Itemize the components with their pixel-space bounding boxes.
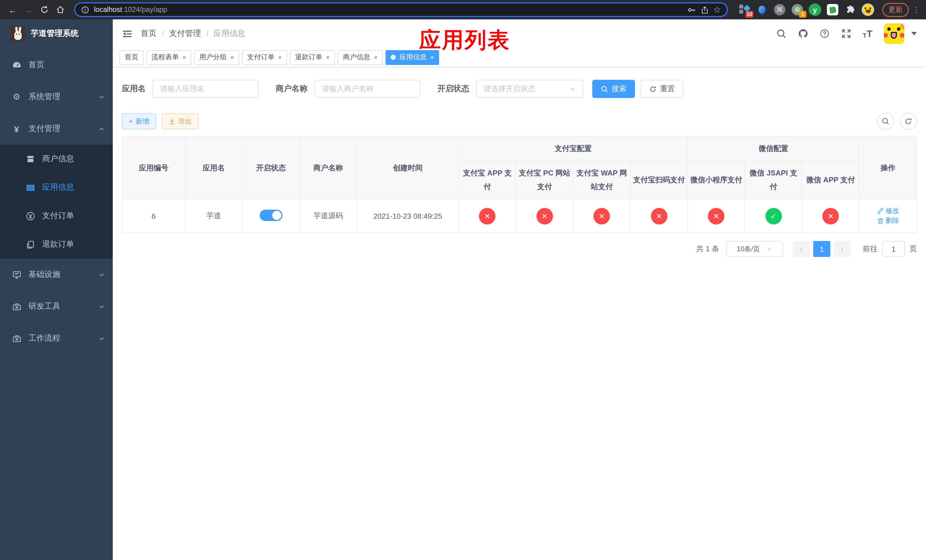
tags-view: 首页 流程表单× 用户分组× 支付订单× 退款订单× 商户信息× 应用信息× <box>113 48 926 67</box>
browser-forward-button[interactable]: → <box>22 3 35 17</box>
font-size-icon[interactable]: TT <box>863 29 873 38</box>
sidebar-item-infrastructure[interactable]: 基础设施 <box>0 259 113 291</box>
filter-form: 应用名 请输入应用名 商户名称 请输入商户名称 开启状态 请选择开启状态 搜索 <box>122 80 917 98</box>
extension-recorder-icon[interactable]: 1 <box>791 3 803 16</box>
fullscreen-icon[interactable] <box>841 29 851 39</box>
browser-back-button[interactable]: ← <box>6 3 20 17</box>
status-select[interactable]: 请选择开启状态 <box>476 80 583 98</box>
merchant-name-label: 商户名称 <box>275 84 307 94</box>
user-avatar[interactable] <box>884 23 904 44</box>
page-size-select[interactable]: 10条/页 <box>726 241 783 257</box>
sidebar-item-workflow[interactable]: 工作流程 <box>0 322 113 354</box>
extension-chat-icon[interactable] <box>826 3 839 16</box>
merchant-name-input[interactable]: 请输入商户名称 <box>314 80 420 98</box>
share-icon[interactable] <box>700 5 709 14</box>
breadcrumb-home[interactable]: 首页 <box>141 29 157 39</box>
github-icon[interactable] <box>798 29 808 39</box>
chevron-down-icon <box>98 335 105 342</box>
cell-merchant: 芋道源码 <box>300 199 357 233</box>
browser-menu-button[interactable]: ⋮ <box>912 5 920 14</box>
edit-button[interactable]: 修改 <box>877 206 899 216</box>
col-alipay-app: 支付宝 APP 支付 <box>459 160 516 199</box>
group-alipay-config: 支付宝配置 <box>459 136 688 160</box>
password-key-icon[interactable] <box>687 5 696 14</box>
sidebar-item-payment[interactable]: ¥ 支付管理 <box>0 113 113 145</box>
cell-created: 2021-10-23 08:49:25 <box>357 199 459 233</box>
reset-button[interactable]: 重置 <box>641 80 683 98</box>
export-button[interactable]: 导出 <box>162 114 199 129</box>
sidebar-item-label: 研发工具 <box>29 301 61 312</box>
url-host: localhost <box>94 6 122 14</box>
tab-user-group[interactable]: 用户分组× <box>194 50 239 65</box>
status-label: 开启状态 <box>437 84 469 94</box>
tab-merchant-info[interactable]: 商户信息× <box>338 50 383 65</box>
extension-sketch-icon[interactable]: 10 <box>738 3 750 16</box>
sketch-square-icon <box>739 5 743 9</box>
sidebar-item-system[interactable]: ⚙ 系统管理 <box>0 81 113 113</box>
breadcrumb-current: 应用信息 <box>213 29 245 39</box>
chevron-down-icon <box>98 303 105 310</box>
avatar-dropdown-caret-icon[interactable] <box>911 32 917 35</box>
balloon-icon <box>758 6 766 14</box>
add-button[interactable]: + 新增 <box>122 114 156 129</box>
extensions-menu-button[interactable] <box>844 3 856 16</box>
refresh-table-button[interactable] <box>900 113 917 130</box>
help-icon[interactable] <box>820 29 830 39</box>
search-icon[interactable] <box>776 29 787 39</box>
browser-home-button[interactable] <box>53 3 67 17</box>
url-text: localhost:1024/pay/app <box>94 6 167 14</box>
sidebar-toggle-button[interactable] <box>122 28 133 39</box>
status-check-icon: ✓ <box>765 207 782 224</box>
navbar: 首页 / 支付管理 / 应用信息 TT <box>113 20 926 48</box>
extension-command-icon[interactable]: ⌘ <box>773 3 786 16</box>
col-created: 创建时间 <box>357 136 459 199</box>
prev-page-button[interactable]: ‹ <box>793 241 810 257</box>
home-icon <box>56 5 65 14</box>
annotation-title: 应用列表 <box>419 26 510 55</box>
browser-profile-avatar[interactable] <box>862 3 874 16</box>
sidebar-logo[interactable]: 芋道管理系统 <box>0 20 113 48</box>
refresh-icon <box>904 117 912 125</box>
close-icon[interactable]: × <box>430 54 434 61</box>
page-1-button[interactable]: 1 <box>813 241 830 257</box>
tab-process-form[interactable]: 流程表单× <box>146 50 191 65</box>
breadcrumb-payment[interactable]: 支付管理 <box>169 29 201 39</box>
search-button[interactable]: 搜索 <box>592 80 635 98</box>
status-toggle[interactable] <box>260 209 283 221</box>
tab-refund-orders[interactable]: 退款订单× <box>290 50 335 65</box>
update-label: 更新 <box>888 5 903 15</box>
url-bar[interactable]: localhost:1024/pay/app ☆ <box>74 2 728 17</box>
sidebar-item-label: 商户信息 <box>42 154 74 164</box>
browser-reload-button[interactable] <box>38 3 51 17</box>
close-icon[interactable]: × <box>182 54 186 61</box>
sidebar-item-merchant-info[interactable]: 商户信息 <box>0 145 113 173</box>
app-name-input[interactable]: 请输入应用名 <box>153 80 259 98</box>
toggle-search-button[interactable] <box>877 113 894 130</box>
sidebar-item-app-info[interactable]: 应用信息 <box>0 173 113 202</box>
extension-balloon-icon[interactable] <box>756 3 768 16</box>
search-icon <box>601 85 608 92</box>
delete-button[interactable]: 删除 <box>877 216 899 226</box>
close-icon[interactable]: × <box>278 54 282 61</box>
status-cross-icon: ✕ <box>822 207 839 224</box>
table-toolbar: + 新增 导出 <box>122 113 917 130</box>
sidebar-item-dev-tools[interactable]: 研发工具 <box>0 291 113 322</box>
status-cross-icon: ✕ <box>651 207 667 224</box>
sidebar-item-pay-orders[interactable]: 支付订单 <box>0 202 113 230</box>
extension-y-icon[interactable]: y <box>809 3 821 16</box>
payment-submenu: 商户信息 应用信息 支付订单 <box>0 145 113 259</box>
sidebar-item-home[interactable]: 首页 <box>0 49 113 81</box>
close-icon[interactable]: × <box>326 54 330 61</box>
close-icon[interactable]: × <box>374 54 378 61</box>
bookmark-star-icon[interactable]: ☆ <box>713 5 721 15</box>
next-page-button[interactable]: › <box>834 241 851 257</box>
tab-pay-orders[interactable]: 支付订单× <box>242 50 287 65</box>
sidebar-item-refund-orders[interactable]: 退款订单 <box>0 230 113 259</box>
browser-update-button[interactable]: 更新 <box>882 3 909 17</box>
chat-icon <box>829 6 836 14</box>
close-icon[interactable]: × <box>230 54 234 61</box>
tab-home[interactable]: 首页 <box>120 50 144 65</box>
sidebar-item-label: 工作流程 <box>29 333 61 344</box>
sidebar-item-label: 系统管理 <box>29 92 61 102</box>
goto-page-input[interactable] <box>882 241 905 257</box>
